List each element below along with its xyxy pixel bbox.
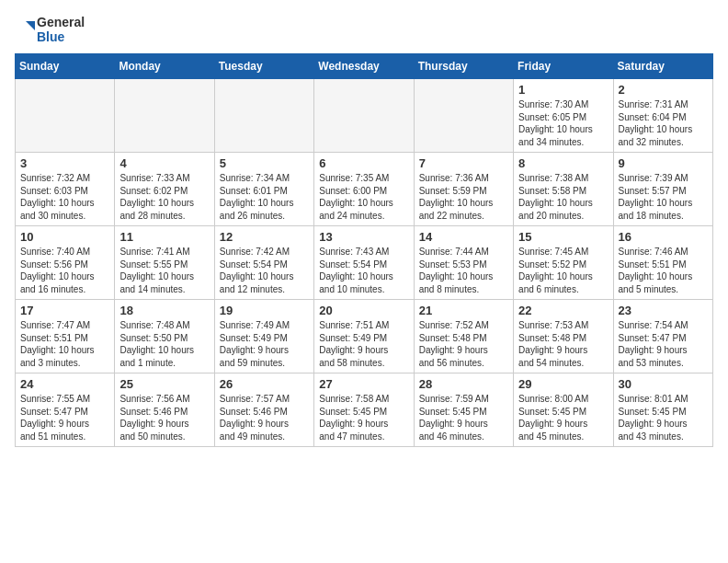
cell-info-line: Sunset: 5:55 PM	[119, 259, 209, 271]
cell-info-line: Daylight: 9 hours	[220, 418, 309, 431]
calendar-cell: 27Sunrise: 7:58 AMSunset: 5:45 PMDayligh…	[314, 373, 414, 447]
cell-info-line: Daylight: 10 hours	[619, 270, 708, 283]
day-number: 16	[619, 230, 708, 244]
cell-info-line: and 14 minutes.	[119, 283, 209, 296]
cell-info-line: Sunset: 6:01 PM	[220, 185, 309, 198]
cell-info-line: Sunrise: 7:30 AM	[518, 98, 608, 111]
col-header-wednesday: Wednesday	[314, 54, 414, 79]
cell-info-line: Sunset: 6:00 PM	[319, 185, 408, 198]
cell-info-line: Daylight: 9 hours	[619, 418, 708, 431]
cell-info-line: Sunset: 5:46 PM	[119, 406, 209, 419]
day-number: 15	[518, 230, 608, 244]
cell-info-line: Daylight: 10 hours	[119, 197, 209, 210]
cell-info-line: and 59 minutes.	[220, 357, 309, 370]
logo-container: General Blue	[15, 15, 85, 44]
cell-info-line: Sunrise: 7:47 AM	[20, 319, 109, 332]
cell-info-line: Daylight: 10 hours	[20, 344, 109, 357]
cell-info-line: Sunrise: 7:56 AM	[119, 393, 209, 406]
cell-info-line: Sunrise: 7:41 AM	[119, 246, 209, 259]
cell-info-line: Sunrise: 7:46 AM	[619, 246, 708, 259]
calendar-cell: 29Sunrise: 8:00 AMSunset: 5:45 PMDayligh…	[514, 373, 613, 447]
calendar-cell: 21Sunrise: 7:52 AMSunset: 5:48 PMDayligh…	[414, 300, 513, 373]
cell-info-line: Daylight: 10 hours	[319, 270, 408, 283]
cell-info-line: Sunset: 5:49 PM	[319, 332, 408, 345]
logo: General Blue	[15, 15, 85, 44]
cell-info-line: Sunrise: 7:58 AM	[319, 393, 408, 406]
calendar-cell: 18Sunrise: 7:48 AMSunset: 5:50 PMDayligh…	[115, 300, 214, 373]
col-header-saturday: Saturday	[613, 54, 712, 79]
calendar-cell	[115, 79, 214, 153]
logo-blue-text: Blue	[37, 29, 85, 44]
calendar-cell: 22Sunrise: 7:53 AMSunset: 5:48 PMDayligh…	[514, 300, 613, 373]
calendar-cell: 2Sunrise: 7:31 AMSunset: 6:04 PMDaylight…	[613, 79, 712, 153]
cell-info-line: Daylight: 9 hours	[518, 418, 608, 431]
calendar-cell: 14Sunrise: 7:44 AMSunset: 5:53 PMDayligh…	[414, 226, 513, 300]
day-number: 19	[220, 304, 309, 317]
col-header-thursday: Thursday	[414, 54, 513, 79]
cell-info-line: Daylight: 10 hours	[20, 270, 109, 283]
cell-info-line: Sunrise: 7:53 AM	[518, 319, 608, 332]
cell-info-line: Sunset: 5:45 PM	[319, 406, 408, 419]
cell-info-line: Daylight: 9 hours	[619, 344, 708, 357]
calendar-cell: 13Sunrise: 7:43 AMSunset: 5:54 PMDayligh…	[314, 226, 414, 300]
cell-info-line: Sunrise: 7:44 AM	[419, 246, 508, 259]
cell-info-line: and 32 minutes.	[619, 136, 708, 149]
cell-info-line: and 49 minutes.	[220, 431, 309, 443]
cell-info-line: Daylight: 10 hours	[319, 197, 408, 210]
cell-info-line: Daylight: 10 hours	[619, 123, 708, 136]
cell-info-line: and 47 minutes.	[319, 431, 408, 443]
day-number: 27	[319, 377, 408, 391]
calendar-cell: 4Sunrise: 7:33 AMSunset: 6:02 PMDaylight…	[115, 153, 214, 226]
cell-info-line: Sunrise: 7:39 AM	[619, 172, 708, 185]
cell-info-line: Sunset: 5:45 PM	[518, 406, 608, 419]
cell-info-line: and 56 minutes.	[419, 357, 508, 370]
day-number: 2	[619, 83, 708, 97]
calendar-cell	[16, 79, 115, 153]
week-row-0: 1Sunrise: 7:30 AMSunset: 6:05 PMDaylight…	[16, 79, 713, 153]
day-number: 18	[119, 304, 209, 317]
cell-info-line: Daylight: 10 hours	[20, 197, 109, 210]
day-number: 12	[220, 230, 309, 244]
logo-general-text: General	[37, 15, 85, 29]
cell-info-line: Sunset: 5:53 PM	[419, 259, 508, 271]
cell-info-line: Sunrise: 7:34 AM	[220, 172, 309, 185]
week-row-2: 10Sunrise: 7:40 AMSunset: 5:56 PMDayligh…	[16, 226, 713, 300]
cell-info-line: and 28 minutes.	[119, 210, 209, 223]
day-number: 5	[220, 156, 309, 170]
calendar-cell: 3Sunrise: 7:32 AMSunset: 6:03 PMDaylight…	[16, 153, 115, 226]
calendar-table: SundayMondayTuesdayWednesdayThursdayFrid…	[15, 53, 713, 447]
cell-info-line: and 22 minutes.	[419, 210, 508, 223]
cell-info-line: Sunset: 5:59 PM	[419, 185, 508, 198]
week-row-3: 17Sunrise: 7:47 AMSunset: 5:51 PMDayligh…	[16, 300, 713, 373]
calendar-cell: 6Sunrise: 7:35 AMSunset: 6:00 PMDaylight…	[314, 153, 414, 226]
cell-info-line: and 24 minutes.	[319, 210, 408, 223]
col-header-tuesday: Tuesday	[214, 54, 313, 79]
cell-info-line: Sunrise: 7:51 AM	[319, 319, 408, 332]
cell-info-line: Daylight: 10 hours	[419, 197, 508, 210]
cell-info-line: Sunrise: 7:49 AM	[220, 319, 309, 332]
cell-info-line: Sunrise: 7:59 AM	[419, 393, 508, 406]
cell-info-line: Sunset: 5:45 PM	[419, 406, 508, 419]
cell-info-line: and 8 minutes.	[419, 283, 508, 296]
calendar-cell: 17Sunrise: 7:47 AMSunset: 5:51 PMDayligh…	[16, 300, 115, 373]
calendar-cell	[214, 79, 313, 153]
cell-info-line: Sunset: 5:47 PM	[20, 406, 109, 419]
day-number: 3	[20, 156, 109, 170]
cell-info-line: Sunset: 5:49 PM	[220, 332, 309, 345]
svg-marker-0	[26, 21, 35, 30]
day-number: 26	[220, 377, 309, 391]
calendar-cell: 25Sunrise: 7:56 AMSunset: 5:46 PMDayligh…	[115, 373, 214, 447]
day-number: 22	[518, 304, 608, 317]
cell-info-line: Sunrise: 7:52 AM	[419, 319, 508, 332]
day-number: 17	[20, 304, 109, 317]
cell-info-line: and 5 minutes.	[619, 283, 708, 296]
cell-info-line: and 51 minutes.	[20, 431, 109, 443]
cell-info-line: Sunrise: 7:38 AM	[518, 172, 608, 185]
calendar-cell: 19Sunrise: 7:49 AMSunset: 5:49 PMDayligh…	[214, 300, 313, 373]
cell-info-line: Sunset: 5:51 PM	[20, 332, 109, 345]
calendar-cell: 9Sunrise: 7:39 AMSunset: 5:57 PMDaylight…	[613, 153, 712, 226]
cell-info-line: Daylight: 10 hours	[518, 123, 608, 136]
calendar-cell	[314, 79, 414, 153]
cell-info-line: and 16 minutes.	[20, 283, 109, 296]
calendar-cell: 23Sunrise: 7:54 AMSunset: 5:47 PMDayligh…	[613, 300, 712, 373]
